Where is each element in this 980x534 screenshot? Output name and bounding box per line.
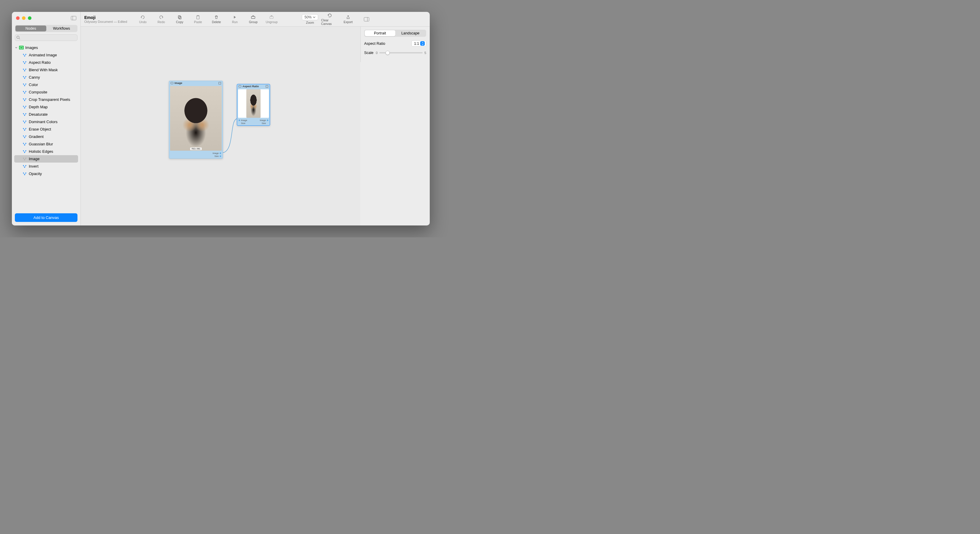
close-window-button[interactable] [16, 16, 19, 20]
output-port-image[interactable]: Image [260, 119, 268, 122]
group-button[interactable]: Group [245, 15, 262, 24]
tree-item-label: Holistic Edges [29, 149, 53, 154]
tree-item-aspect-ratio[interactable]: Aspect Ratio [14, 59, 78, 66]
tree-item-animated-image[interactable]: Animated Image [14, 51, 78, 59]
expand-icon[interactable] [218, 82, 221, 84]
tree-item-holistic-edges[interactable]: Holistic Edges [14, 148, 78, 155]
left-sidebar: Nodes Workflows Images Animated ImageAsp… [12, 12, 81, 226]
tab-nodes[interactable]: Nodes [16, 25, 46, 32]
aspect-ratio-dropdown[interactable]: 1:1 [411, 40, 426, 46]
copy-button[interactable]: Copy [171, 15, 188, 24]
tree-item-color[interactable]: Color [14, 81, 78, 88]
landscape-tab[interactable]: Landscape [395, 30, 426, 36]
tree-item-crop-transparent-pixels[interactable]: Crop Transparent Pixels [14, 96, 78, 103]
tree-item-label: Animated Image [29, 53, 57, 57]
node-type-icon [22, 127, 27, 131]
output-port-size[interactable]: Size [261, 122, 268, 125]
input-port-image[interactable]: Image [239, 119, 247, 122]
chevron-down-icon [15, 46, 18, 49]
document-subtitle: Odyssey Document — Edited [84, 20, 127, 24]
scale-slider[interactable] [379, 52, 422, 53]
delete-button[interactable]: Delete [208, 15, 225, 24]
dropdown-caret-icon [420, 41, 425, 46]
undo-button[interactable]: Undo [134, 15, 151, 24]
scale-label: Scale [364, 51, 373, 55]
tree-item-gradient[interactable]: Gradient [14, 133, 78, 140]
input-port-size[interactable]: Size [239, 122, 247, 125]
tree-item-label: Color [29, 83, 38, 87]
add-to-canvas-button[interactable]: Add to Canvas [15, 213, 78, 222]
tree-item-label: Blend With Mask [29, 68, 58, 72]
tree-item-depth-map[interactable]: Depth Map [14, 103, 78, 111]
node-header: Image [169, 81, 223, 85]
tree-item-canny[interactable]: Canny [14, 73, 78, 81]
inspector-panel: Portrait Landscape Aspect Ratio 1:1 Scal… [360, 27, 430, 62]
ungroup-button[interactable]: Ungroup [263, 15, 280, 24]
svg-rect-61 [171, 82, 173, 84]
minimize-window-button[interactable] [22, 16, 25, 20]
toolbar: Emoji Odyssey Document — Edited Undo Red… [81, 12, 360, 27]
node-type-icon [22, 61, 27, 64]
search-icon [16, 36, 20, 40]
svg-rect-62 [219, 82, 221, 84]
node-type-icon [22, 105, 27, 109]
window-controls [12, 12, 80, 23]
svg-rect-65 [364, 17, 369, 21]
tree-item-composite[interactable]: Composite [14, 88, 78, 96]
canvas[interactable]: Image 793 x 991 Image Size [81, 27, 360, 226]
svg-rect-64 [266, 85, 268, 87]
tree-item-label: Crop Transparent Pixels [29, 97, 70, 102]
image-icon [171, 82, 173, 84]
tree-group-images[interactable]: Images [14, 44, 79, 51]
orientation-segmented: Portrait Landscape [364, 30, 426, 37]
images-folder-icon [19, 46, 24, 49]
tree-item-label: Aspect Ratio [29, 60, 51, 65]
tree-item-image[interactable]: Image [14, 155, 78, 162]
tab-workflows[interactable]: Workflows [46, 25, 77, 32]
svg-point-2 [17, 36, 19, 38]
sidebar-tabs: Nodes Workflows [15, 25, 78, 32]
redo-button[interactable]: Redo [153, 15, 170, 24]
tree-item-label: Depth Map [29, 105, 48, 109]
portrait-tab[interactable]: Portrait [365, 30, 395, 36]
tree-item-label: Invert [29, 164, 38, 168]
zoom-control: 50% Zoom [300, 14, 320, 24]
expand-icon[interactable] [266, 85, 268, 88]
node-type-icon [22, 165, 27, 168]
node-type-icon [22, 53, 27, 57]
output-port-image[interactable]: Image [213, 152, 221, 154]
tree-item-guassian-blur[interactable]: Guassian Blur [14, 140, 78, 148]
export-button[interactable]: Export [339, 15, 357, 24]
image-icon [239, 85, 241, 87]
play-icon [232, 15, 237, 19]
aspect-ratio-row: Aspect Ratio 1:1 [364, 40, 426, 46]
group-icon [250, 15, 256, 19]
search-input[interactable] [15, 34, 78, 41]
tree-item-label: Desaturate [29, 112, 48, 117]
node-header: Aspect Ratio [237, 84, 270, 88]
node-type-icon [22, 172, 27, 176]
toggle-left-sidebar-icon[interactable] [71, 16, 76, 20]
svg-rect-63 [239, 86, 241, 87]
node-type-icon [22, 142, 27, 146]
redo-icon [159, 15, 164, 19]
tree-item-desaturate[interactable]: Desaturate [14, 111, 78, 118]
svg-line-3 [19, 38, 20, 39]
tree-item-opacity[interactable]: Opacity [14, 170, 78, 177]
canvas-node-aspect-ratio[interactable]: Aspect Ratio Image Size Image Size [237, 84, 270, 126]
zoom-dropdown[interactable]: 50% [302, 14, 318, 20]
run-button[interactable]: Run [226, 15, 243, 24]
tree-item-invert[interactable]: Invert [14, 162, 78, 170]
canvas-node-image[interactable]: Image 793 x 991 Image Size [169, 81, 223, 159]
tree-item-erase-object[interactable]: Erase Object [14, 126, 78, 133]
tree-item-label: Dominant Colors [29, 119, 57, 124]
output-port-size[interactable]: Size [214, 155, 221, 157]
fullscreen-window-button[interactable] [28, 16, 32, 20]
document-title: Emoji [84, 15, 127, 20]
toggle-right-sidebar-icon[interactable] [364, 17, 369, 21]
clear-canvas-button[interactable]: Clear Canvas [321, 13, 338, 25]
slider-thumb[interactable] [385, 51, 390, 55]
tree-item-blend-with-mask[interactable]: Blend With Mask [14, 66, 78, 73]
paste-button[interactable]: Paste [189, 15, 207, 24]
tree-item-dominant-colors[interactable]: Dominant Colors [14, 118, 78, 126]
